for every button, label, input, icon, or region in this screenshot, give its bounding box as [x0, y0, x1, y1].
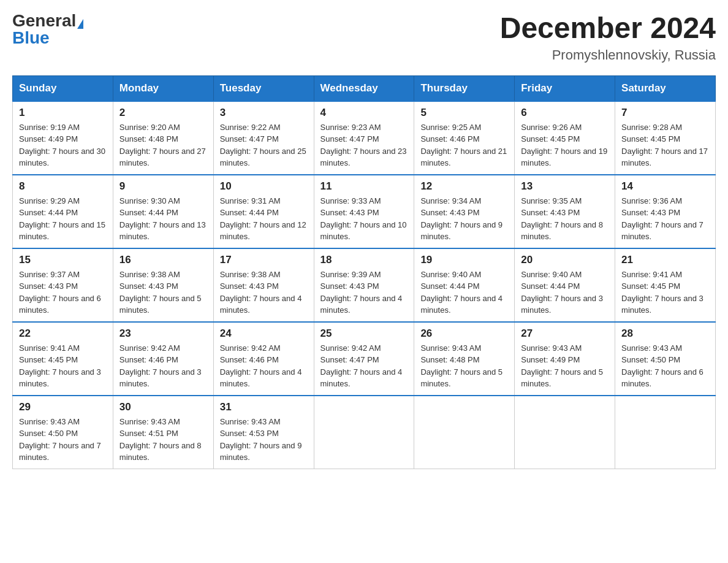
- week-row-5: 29 Sunrise: 9:43 AMSunset: 4:50 PMDaylig…: [13, 396, 716, 469]
- calendar-cell: [314, 396, 414, 469]
- day-info: Sunrise: 9:43 AMSunset: 4:53 PMDaylight:…: [220, 417, 302, 462]
- day-info: Sunrise: 9:25 AMSunset: 4:46 PMDaylight:…: [420, 123, 507, 168]
- calendar-cell: 7 Sunrise: 9:28 AMSunset: 4:45 PMDayligh…: [615, 101, 716, 175]
- calendar-cell: 25 Sunrise: 9:42 AMSunset: 4:47 PMDaylig…: [314, 322, 414, 396]
- calendar-cell: 3 Sunrise: 9:22 AMSunset: 4:47 PMDayligh…: [213, 101, 314, 175]
- day-info: Sunrise: 9:43 AMSunset: 4:48 PMDaylight:…: [420, 343, 502, 389]
- logo-blue: Blue: [12, 28, 50, 47]
- calendar-cell: 6 Sunrise: 9:26 AMSunset: 4:45 PMDayligh…: [515, 101, 615, 175]
- day-info: Sunrise: 9:43 AMSunset: 4:50 PMDaylight:…: [621, 343, 703, 389]
- day-number: 15: [19, 254, 107, 266]
- day-number: 23: [119, 327, 207, 340]
- day-info: Sunrise: 9:31 AMSunset: 4:44 PMDaylight:…: [220, 196, 306, 242]
- calendar-cell: 13 Sunrise: 9:35 AMSunset: 4:43 PMDaylig…: [515, 175, 615, 248]
- day-number: 22: [19, 327, 107, 340]
- calendar-cell: 21 Sunrise: 9:41 AMSunset: 4:45 PMDaylig…: [615, 248, 716, 322]
- calendar-cell: 14 Sunrise: 9:36 AMSunset: 4:43 PMDaylig…: [615, 175, 716, 248]
- day-info: Sunrise: 9:22 AMSunset: 4:47 PMDaylight:…: [220, 123, 306, 168]
- day-number: 16: [119, 254, 207, 266]
- day-number: 17: [220, 254, 308, 266]
- day-number: 8: [19, 180, 107, 193]
- day-number: 18: [320, 254, 408, 266]
- calendar-cell: 12 Sunrise: 9:34 AMSunset: 4:43 PMDaylig…: [414, 175, 515, 248]
- day-number: 1: [19, 107, 107, 119]
- calendar-cell: 31 Sunrise: 9:43 AMSunset: 4:53 PMDaylig…: [213, 396, 314, 469]
- header-monday: Monday: [113, 75, 213, 101]
- calendar-cell: 10 Sunrise: 9:31 AMSunset: 4:44 PMDaylig…: [213, 175, 314, 248]
- day-number: 30: [119, 401, 207, 413]
- logo-text: General: [12, 12, 83, 29]
- day-number: 20: [521, 254, 609, 266]
- calendar-cell: 16 Sunrise: 9:38 AMSunset: 4:43 PMDaylig…: [113, 248, 213, 322]
- day-number: 25: [320, 327, 408, 340]
- day-number: 24: [220, 327, 308, 340]
- day-info: Sunrise: 9:35 AMSunset: 4:43 PMDaylight:…: [521, 196, 603, 242]
- header-tuesday: Tuesday: [213, 75, 314, 101]
- calendar-cell: 8 Sunrise: 9:29 AMSunset: 4:44 PMDayligh…: [13, 175, 113, 248]
- calendar-cell: [615, 396, 716, 469]
- day-number: 11: [320, 180, 408, 193]
- day-number: 19: [420, 254, 508, 266]
- title-block: December 2024 Promyshlennovskiy, Russia: [500, 12, 716, 63]
- week-row-1: 1 Sunrise: 9:19 AMSunset: 4:49 PMDayligh…: [13, 101, 716, 175]
- day-number: 13: [521, 180, 609, 193]
- calendar-cell: 19 Sunrise: 9:40 AMSunset: 4:44 PMDaylig…: [414, 248, 515, 322]
- calendar-cell: 9 Sunrise: 9:30 AMSunset: 4:44 PMDayligh…: [113, 175, 213, 248]
- day-number: 31: [220, 401, 308, 413]
- day-number: 21: [621, 254, 709, 266]
- week-row-3: 15 Sunrise: 9:37 AMSunset: 4:43 PMDaylig…: [13, 248, 716, 322]
- calendar-cell: 20 Sunrise: 9:40 AMSunset: 4:44 PMDaylig…: [515, 248, 615, 322]
- day-info: Sunrise: 9:37 AMSunset: 4:43 PMDaylight:…: [19, 270, 101, 315]
- day-number: 2: [119, 107, 207, 119]
- day-number: 29: [19, 401, 107, 413]
- day-info: Sunrise: 9:39 AMSunset: 4:43 PMDaylight:…: [320, 270, 403, 315]
- calendar-cell: [515, 396, 615, 469]
- logo-general: General: [12, 11, 76, 30]
- day-number: 14: [621, 180, 709, 193]
- calendar-cell: 2 Sunrise: 9:20 AMSunset: 4:48 PMDayligh…: [113, 101, 213, 175]
- day-info: Sunrise: 9:43 AMSunset: 4:49 PMDaylight:…: [521, 343, 603, 389]
- calendar-table: Sunday Monday Tuesday Wednesday Thursday…: [12, 75, 716, 469]
- month-title: December 2024: [500, 12, 716, 45]
- header-friday: Friday: [515, 75, 615, 101]
- calendar-cell: 5 Sunrise: 9:25 AMSunset: 4:46 PMDayligh…: [414, 101, 515, 175]
- calendar-cell: 30 Sunrise: 9:43 AMSunset: 4:51 PMDaylig…: [113, 396, 213, 469]
- day-info: Sunrise: 9:38 AMSunset: 4:43 PMDaylight:…: [119, 270, 202, 315]
- calendar-cell: 17 Sunrise: 9:38 AMSunset: 4:43 PMDaylig…: [213, 248, 314, 322]
- logo-blue-text: Blue: [12, 29, 50, 47]
- calendar-cell: 26 Sunrise: 9:43 AMSunset: 4:48 PMDaylig…: [414, 322, 515, 396]
- day-info: Sunrise: 9:29 AMSunset: 4:44 PMDaylight:…: [19, 196, 105, 242]
- week-row-2: 8 Sunrise: 9:29 AMSunset: 4:44 PMDayligh…: [13, 175, 716, 248]
- logo-triangle-icon: [77, 19, 83, 29]
- calendar-cell: 23 Sunrise: 9:42 AMSunset: 4:46 PMDaylig…: [113, 322, 213, 396]
- day-number: 26: [420, 327, 508, 340]
- day-info: Sunrise: 9:28 AMSunset: 4:45 PMDaylight:…: [621, 123, 708, 168]
- day-info: Sunrise: 9:42 AMSunset: 4:46 PMDaylight:…: [220, 343, 302, 389]
- day-info: Sunrise: 9:41 AMSunset: 4:45 PMDaylight:…: [621, 270, 703, 315]
- day-info: Sunrise: 9:40 AMSunset: 4:44 PMDaylight:…: [420, 270, 502, 315]
- day-info: Sunrise: 9:43 AMSunset: 4:50 PMDaylight:…: [19, 417, 101, 462]
- week-row-4: 22 Sunrise: 9:41 AMSunset: 4:45 PMDaylig…: [13, 322, 716, 396]
- day-info: Sunrise: 9:38 AMSunset: 4:43 PMDaylight:…: [220, 270, 302, 315]
- header-wednesday: Wednesday: [314, 75, 414, 101]
- header-thursday: Thursday: [414, 75, 515, 101]
- calendar-cell: 27 Sunrise: 9:43 AMSunset: 4:49 PMDaylig…: [515, 322, 615, 396]
- day-info: Sunrise: 9:43 AMSunset: 4:51 PMDaylight:…: [119, 417, 202, 462]
- calendar-cell: 29 Sunrise: 9:43 AMSunset: 4:50 PMDaylig…: [13, 396, 113, 469]
- calendar-cell: 28 Sunrise: 9:43 AMSunset: 4:50 PMDaylig…: [615, 322, 716, 396]
- calendar-header-row: Sunday Monday Tuesday Wednesday Thursday…: [13, 75, 716, 101]
- header-saturday: Saturday: [615, 75, 716, 101]
- page-header: General Blue December 2024 Promyshlennov…: [12, 12, 716, 63]
- day-number: 7: [621, 107, 709, 119]
- logo: General Blue: [12, 12, 83, 47]
- location: Promyshlennovskiy, Russia: [500, 47, 716, 63]
- calendar-cell: [414, 396, 515, 469]
- day-number: 12: [420, 180, 508, 193]
- day-number: 9: [119, 180, 207, 193]
- day-info: Sunrise: 9:26 AMSunset: 4:45 PMDaylight:…: [521, 123, 607, 168]
- day-info: Sunrise: 9:42 AMSunset: 4:46 PMDaylight:…: [119, 343, 202, 389]
- day-info: Sunrise: 9:30 AMSunset: 4:44 PMDaylight:…: [119, 196, 206, 242]
- calendar-cell: 15 Sunrise: 9:37 AMSunset: 4:43 PMDaylig…: [13, 248, 113, 322]
- calendar-cell: 22 Sunrise: 9:41 AMSunset: 4:45 PMDaylig…: [13, 322, 113, 396]
- day-info: Sunrise: 9:36 AMSunset: 4:43 PMDaylight:…: [621, 196, 703, 242]
